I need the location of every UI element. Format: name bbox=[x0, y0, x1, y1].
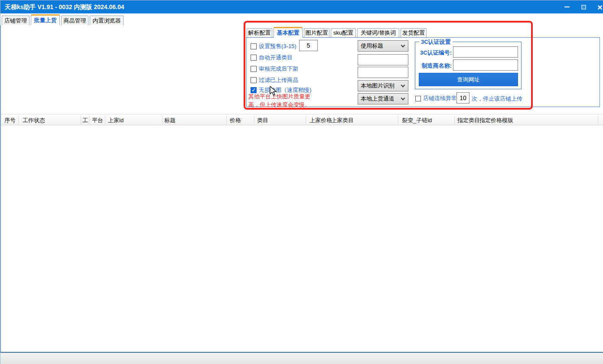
grid-col-supplier-id[interactable]: 上家id bbox=[108, 117, 124, 124]
query-url-button[interactable]: 查询网址 bbox=[419, 73, 518, 86]
grid-header: 序号 工作状态 工 平台 上家id 标题 价格 类目 上家价格 上家类目 裂变_… bbox=[1, 114, 603, 125]
custom-short-title-input[interactable] bbox=[358, 54, 408, 65]
short-title-select-value: 使用标题 bbox=[358, 42, 401, 50]
grid-col-truncated[interactable]: 工 bbox=[82, 117, 88, 124]
abnormal-count-input[interactable] bbox=[456, 92, 469, 104]
chevron-down-icon bbox=[401, 43, 405, 47]
grid-col-title[interactable]: 标题 bbox=[164, 117, 176, 124]
short-title-select[interactable]: 使用标题 bbox=[358, 40, 408, 52]
checkbox-label: 审核完成后下架 bbox=[259, 65, 298, 73]
checkbox-auto-open-category[interactable]: 自动开通类目 bbox=[251, 54, 293, 62]
checkbox-set-presale[interactable]: 设置预售(3-15) bbox=[251, 42, 297, 50]
tab-image-config[interactable]: 图片配置 bbox=[304, 28, 329, 37]
shop-abnormal-label: 店铺连续异常 bbox=[423, 94, 457, 102]
tab-sku-config[interactable]: sku配置 bbox=[331, 28, 356, 37]
shop-abnormal-suffix: 次，停止该店铺上传 bbox=[472, 95, 522, 103]
grid-column-separator bbox=[329, 116, 329, 124]
grid-col-work-status[interactable]: 工作状态 bbox=[23, 117, 45, 124]
grid-column-separator bbox=[105, 116, 105, 124]
grid-col-supplier-category[interactable]: 上家类目 bbox=[331, 117, 354, 124]
close-button[interactable]: × bbox=[592, 0, 603, 13]
upload-channel-select[interactable]: 本地上货通道 bbox=[358, 93, 408, 104]
maximize-icon bbox=[581, 5, 586, 10]
checkbox-label: 设置预售(3-15) bbox=[259, 42, 297, 50]
grid-column-separator bbox=[454, 116, 455, 124]
application-window: 天梯ks助手 V1.91 - 0032 内测版 2024.06.04 × 店铺管… bbox=[0, 0, 603, 364]
tab-basic-config[interactable]: 基本配置 bbox=[274, 27, 303, 38]
grid-col-platform[interactable]: 平台 bbox=[92, 117, 103, 124]
c3-panel-title: 3C认证设置 bbox=[419, 38, 453, 46]
checkbox-filter-uploaded[interactable]: 过滤已上传商品 bbox=[251, 76, 298, 84]
presale-days-input[interactable] bbox=[299, 40, 318, 51]
window-title: 天梯ks助手 V1.91 - 0032 内测版 2024.06.04 bbox=[5, 0, 124, 13]
tab-shipping-config[interactable]: 发货配置 bbox=[401, 28, 427, 37]
upload-channel-select-value: 本地上货通道 bbox=[358, 95, 401, 103]
selling-point-input[interactable] bbox=[358, 67, 408, 78]
tab-store-management[interactable]: 店铺管理 bbox=[2, 16, 29, 25]
status-bar bbox=[0, 353, 603, 364]
checkbox-icon bbox=[251, 55, 257, 61]
category-match-select[interactable]: 本地图片识别 bbox=[358, 80, 408, 91]
grid-col-assigned-price-template[interactable]: 指定价格模版 bbox=[479, 117, 513, 124]
manufacturer-name-label: 制造商名称: bbox=[416, 62, 452, 70]
close-icon: × bbox=[597, 3, 603, 12]
title-bar: 天梯ks助手 V1.91 - 0032 内测版 2024.06.04 × bbox=[0, 0, 603, 13]
tab-built-in-browser[interactable]: 内置浏览器 bbox=[90, 16, 124, 25]
grid-col-fission-sublink-id[interactable]: 裂变_子链id bbox=[402, 117, 432, 124]
grid-column-separator bbox=[398, 116, 398, 124]
maximize-button[interactable] bbox=[575, 0, 592, 13]
minimize-button[interactable] bbox=[559, 0, 575, 13]
checkbox-label: 自动开通类目 bbox=[259, 54, 293, 62]
grid-col-category[interactable]: 类目 bbox=[257, 117, 268, 124]
grid-column-separator bbox=[598, 116, 598, 124]
checkbox-label: 过滤已上传商品 bbox=[259, 76, 298, 84]
checkbox-icon bbox=[251, 66, 257, 72]
grid-column-separator bbox=[476, 116, 477, 124]
grid-column-separator bbox=[254, 116, 254, 124]
chevron-down-icon bbox=[401, 83, 405, 87]
manufacturer-name-input[interactable] bbox=[453, 59, 518, 71]
checkbox-icon bbox=[415, 96, 421, 101]
c3-cert-number-label: 3C认证编号: bbox=[416, 49, 452, 57]
grid-column-separator bbox=[81, 116, 81, 124]
grid-col-index[interactable]: 序号 bbox=[4, 117, 16, 124]
chevron-down-icon bbox=[401, 96, 405, 100]
tab-batch-upload[interactable]: 批量上货 bbox=[31, 14, 60, 25]
grid-col-price[interactable]: 价格 bbox=[230, 117, 241, 124]
grid-column-separator bbox=[226, 116, 227, 124]
grid-column-separator bbox=[162, 116, 163, 124]
main-tab-strip: 店铺管理 批量上货 商品管理 内置浏览器 bbox=[0, 13, 603, 25]
checkbox-icon bbox=[251, 77, 257, 83]
grid-column-separator bbox=[306, 116, 306, 124]
checkbox-shop-abnormal[interactable]: 店铺连续异常 bbox=[415, 94, 457, 102]
tab-product-management[interactable]: 商品管理 bbox=[61, 16, 88, 25]
minimize-icon bbox=[564, 6, 570, 7]
grid-column-separator bbox=[89, 116, 89, 124]
lossless-warning-text: 其他平台上快图片质量更高，但上传速度会变慢。 bbox=[248, 92, 314, 109]
c3-certification-panel: 3C认证设置 3C认证编号: 制造商名称: 查询网址 bbox=[415, 42, 522, 89]
tab-keyword-replace[interactable]: 关键词/替换词 bbox=[357, 28, 399, 37]
checkbox-icon bbox=[251, 43, 257, 49]
grid-column-separator bbox=[18, 116, 19, 124]
tab-parse-config[interactable]: 解析配置 bbox=[247, 28, 272, 37]
category-match-select-value: 本地图片识别 bbox=[358, 82, 401, 90]
checkbox-delist-after-review[interactable]: 审核完成后下架 bbox=[251, 65, 298, 73]
c3-cert-number-input[interactable] bbox=[453, 46, 518, 58]
